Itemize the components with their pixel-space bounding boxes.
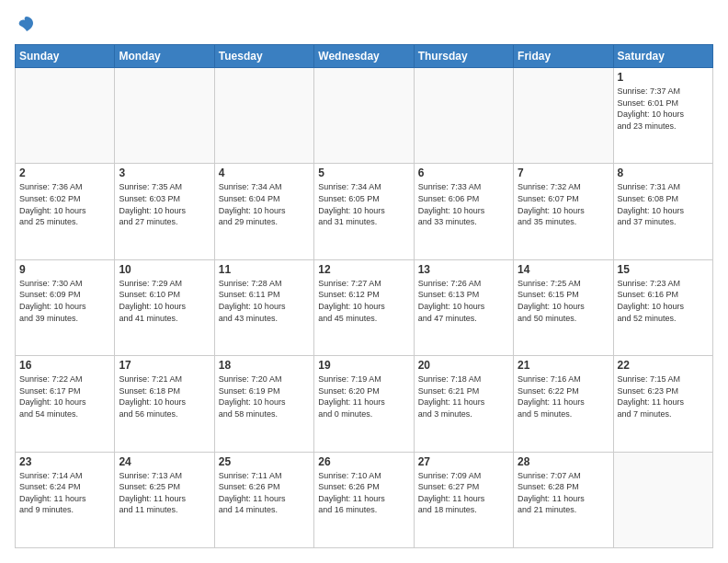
day-number: 14 <box>518 263 609 276</box>
calendar-cell: 20Sunrise: 7:18 AM Sunset: 6:21 PM Dayli… <box>414 356 513 452</box>
calendar-cell: 26Sunrise: 7:10 AM Sunset: 6:26 PM Dayli… <box>314 452 414 547</box>
calendar-cell <box>613 452 712 547</box>
day-info: Sunrise: 7:28 AM Sunset: 6:11 PM Dayligh… <box>219 278 310 324</box>
calendar-cell <box>314 68 414 164</box>
day-number: 24 <box>119 455 210 468</box>
weekday-header-row: SundayMondayTuesdayWednesdayThursdayFrid… <box>16 45 713 68</box>
week-row-3: 16Sunrise: 7:22 AM Sunset: 6:17 PM Dayli… <box>16 356 713 452</box>
calendar-cell: 12Sunrise: 7:27 AM Sunset: 6:12 PM Dayli… <box>314 259 414 355</box>
day-info: Sunrise: 7:09 AM Sunset: 6:27 PM Dayligh… <box>418 470 509 516</box>
day-number: 21 <box>518 359 609 372</box>
day-number: 12 <box>318 263 409 276</box>
day-number: 22 <box>618 359 709 372</box>
calendar-cell: 24Sunrise: 7:13 AM Sunset: 6:25 PM Dayli… <box>115 452 214 547</box>
day-info: Sunrise: 7:32 AM Sunset: 6:07 PM Dayligh… <box>518 181 609 227</box>
day-info: Sunrise: 7:07 AM Sunset: 6:28 PM Dayligh… <box>518 470 609 516</box>
day-info: Sunrise: 7:20 AM Sunset: 6:19 PM Dayligh… <box>219 373 310 419</box>
calendar-cell: 16Sunrise: 7:22 AM Sunset: 6:17 PM Dayli… <box>16 356 115 452</box>
day-number: 2 <box>19 167 110 179</box>
calendar-cell: 11Sunrise: 7:28 AM Sunset: 6:11 PM Dayli… <box>214 259 313 355</box>
logo <box>15 15 37 35</box>
day-info: Sunrise: 7:15 AM Sunset: 6:23 PM Dayligh… <box>618 373 709 419</box>
weekday-header-monday: Monday <box>115 45 214 68</box>
calendar-cell: 1Sunrise: 7:37 AM Sunset: 6:01 PM Daylig… <box>613 68 712 164</box>
day-number: 10 <box>119 263 210 276</box>
weekday-header-friday: Friday <box>514 45 613 68</box>
day-info: Sunrise: 7:23 AM Sunset: 6:16 PM Dayligh… <box>618 278 709 324</box>
calendar-cell: 28Sunrise: 7:07 AM Sunset: 6:28 PM Dayli… <box>514 452 613 547</box>
day-number: 26 <box>318 455 409 468</box>
calendar-cell: 9Sunrise: 7:30 AM Sunset: 6:09 PM Daylig… <box>16 259 115 355</box>
day-info: Sunrise: 7:10 AM Sunset: 6:26 PM Dayligh… <box>318 470 409 516</box>
calendar-cell: 8Sunrise: 7:31 AM Sunset: 6:08 PM Daylig… <box>613 164 712 259</box>
calendar-cell <box>214 68 313 164</box>
day-info: Sunrise: 7:37 AM Sunset: 6:01 PM Dayligh… <box>618 86 709 132</box>
day-number: 25 <box>219 455 310 468</box>
calendar-cell: 10Sunrise: 7:29 AM Sunset: 6:10 PM Dayli… <box>115 259 214 355</box>
day-number: 23 <box>19 455 110 468</box>
calendar-cell: 14Sunrise: 7:25 AM Sunset: 6:15 PM Dayli… <box>514 259 613 355</box>
weekday-header-thursday: Thursday <box>414 45 513 68</box>
day-number: 28 <box>518 455 609 468</box>
calendar-cell: 22Sunrise: 7:15 AM Sunset: 6:23 PM Dayli… <box>613 356 712 452</box>
day-number: 18 <box>219 359 310 372</box>
day-info: Sunrise: 7:33 AM Sunset: 6:06 PM Dayligh… <box>418 181 509 227</box>
weekday-header-sunday: Sunday <box>16 45 115 68</box>
calendar-cell: 25Sunrise: 7:11 AM Sunset: 6:26 PM Dayli… <box>214 452 313 547</box>
day-number: 15 <box>618 263 709 276</box>
week-row-0: 1Sunrise: 7:37 AM Sunset: 6:01 PM Daylig… <box>16 68 713 164</box>
weekday-header-saturday: Saturday <box>613 45 712 68</box>
calendar-cell: 6Sunrise: 7:33 AM Sunset: 6:06 PM Daylig… <box>414 164 513 259</box>
calendar-cell: 27Sunrise: 7:09 AM Sunset: 6:27 PM Dayli… <box>414 452 513 547</box>
calendar-cell: 17Sunrise: 7:21 AM Sunset: 6:18 PM Dayli… <box>115 356 214 452</box>
calendar-cell: 4Sunrise: 7:34 AM Sunset: 6:04 PM Daylig… <box>214 164 313 259</box>
day-info: Sunrise: 7:30 AM Sunset: 6:09 PM Dayligh… <box>19 278 110 324</box>
weekday-header-wednesday: Wednesday <box>314 45 414 68</box>
day-number: 8 <box>618 167 709 179</box>
day-number: 7 <box>518 167 609 179</box>
day-number: 13 <box>418 263 509 276</box>
day-info: Sunrise: 7:34 AM Sunset: 6:04 PM Dayligh… <box>219 181 310 227</box>
day-number: 27 <box>418 455 509 468</box>
day-info: Sunrise: 7:21 AM Sunset: 6:18 PM Dayligh… <box>119 373 210 419</box>
day-number: 20 <box>418 359 509 372</box>
day-number: 5 <box>318 167 409 179</box>
week-row-2: 9Sunrise: 7:30 AM Sunset: 6:09 PM Daylig… <box>16 259 713 355</box>
calendar-cell <box>16 68 115 164</box>
calendar-cell: 2Sunrise: 7:36 AM Sunset: 6:02 PM Daylig… <box>16 164 115 259</box>
calendar-cell: 13Sunrise: 7:26 AM Sunset: 6:13 PM Dayli… <box>414 259 513 355</box>
day-info: Sunrise: 7:34 AM Sunset: 6:05 PM Dayligh… <box>318 181 409 227</box>
calendar-table: SundayMondayTuesdayWednesdayThursdayFrid… <box>15 44 713 548</box>
calendar-cell: 21Sunrise: 7:16 AM Sunset: 6:22 PM Dayli… <box>514 356 613 452</box>
day-number: 11 <box>219 263 310 276</box>
day-info: Sunrise: 7:14 AM Sunset: 6:24 PM Dayligh… <box>19 470 110 516</box>
calendar-cell: 5Sunrise: 7:34 AM Sunset: 6:05 PM Daylig… <box>314 164 414 259</box>
day-info: Sunrise: 7:16 AM Sunset: 6:22 PM Dayligh… <box>518 373 609 419</box>
day-info: Sunrise: 7:19 AM Sunset: 6:20 PM Dayligh… <box>318 373 409 419</box>
day-number: 6 <box>418 167 509 179</box>
day-info: Sunrise: 7:29 AM Sunset: 6:10 PM Dayligh… <box>119 278 210 324</box>
calendar-cell <box>514 68 613 164</box>
calendar-cell: 18Sunrise: 7:20 AM Sunset: 6:19 PM Dayli… <box>214 356 313 452</box>
logo-bird-icon <box>17 15 37 35</box>
day-info: Sunrise: 7:31 AM Sunset: 6:08 PM Dayligh… <box>618 181 709 227</box>
weekday-header-tuesday: Tuesday <box>214 45 313 68</box>
calendar-cell <box>115 68 214 164</box>
day-number: 9 <box>19 263 110 276</box>
week-row-1: 2Sunrise: 7:36 AM Sunset: 6:02 PM Daylig… <box>16 164 713 259</box>
day-number: 4 <box>219 167 310 179</box>
week-row-4: 23Sunrise: 7:14 AM Sunset: 6:24 PM Dayli… <box>16 452 713 547</box>
calendar-cell: 15Sunrise: 7:23 AM Sunset: 6:16 PM Dayli… <box>613 259 712 355</box>
day-info: Sunrise: 7:22 AM Sunset: 6:17 PM Dayligh… <box>19 373 110 419</box>
day-info: Sunrise: 7:13 AM Sunset: 6:25 PM Dayligh… <box>119 470 210 516</box>
day-number: 1 <box>618 71 709 84</box>
day-info: Sunrise: 7:35 AM Sunset: 6:03 PM Dayligh… <box>119 181 210 227</box>
day-number: 19 <box>318 359 409 372</box>
day-info: Sunrise: 7:36 AM Sunset: 6:02 PM Dayligh… <box>19 181 110 227</box>
calendar-cell: 19Sunrise: 7:19 AM Sunset: 6:20 PM Dayli… <box>314 356 414 452</box>
day-number: 3 <box>119 167 210 179</box>
page: SundayMondayTuesdayWednesdayThursdayFrid… <box>0 0 728 563</box>
calendar-cell: 7Sunrise: 7:32 AM Sunset: 6:07 PM Daylig… <box>514 164 613 259</box>
day-number: 17 <box>119 359 210 372</box>
day-info: Sunrise: 7:11 AM Sunset: 6:26 PM Dayligh… <box>219 470 310 516</box>
